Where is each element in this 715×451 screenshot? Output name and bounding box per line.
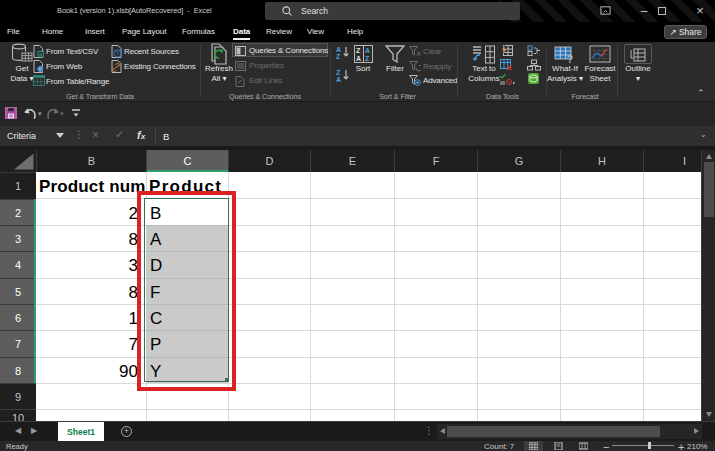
svg-text:A: A [365,47,370,54]
svg-text:A: A [336,46,341,53]
svg-text:?: ? [567,54,573,64]
svg-text:A: A [356,55,361,62]
svg-text:Z: Z [356,47,361,54]
svg-text:Z: Z [365,55,370,62]
svg-text:A: A [336,76,341,82]
svg-text:Z: Z [336,53,341,59]
svg-text:Z: Z [336,69,341,76]
